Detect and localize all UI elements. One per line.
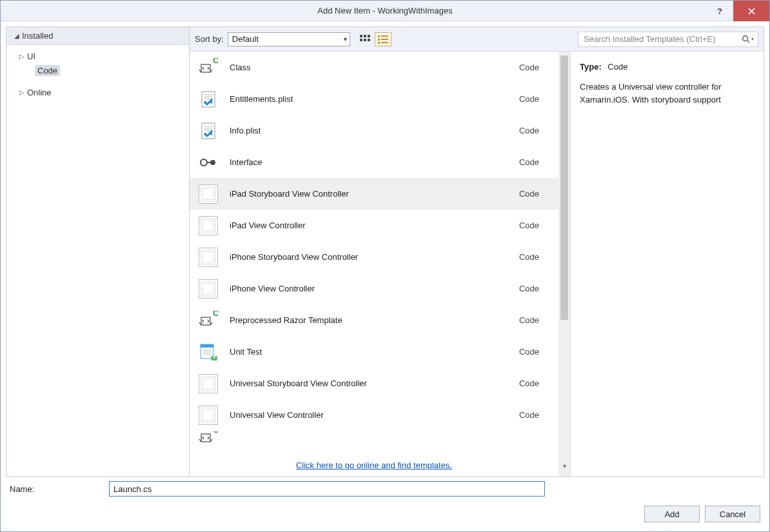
template-category: Code xyxy=(519,284,549,293)
template-name: Info.plist xyxy=(230,126,519,135)
template-row[interactable]: Universal Storyboard View ControllerCode xyxy=(190,368,558,399)
tree-item-code[interactable]: Code xyxy=(10,63,189,77)
tree-item-label: Code xyxy=(35,65,60,76)
svg-point-12 xyxy=(743,36,748,41)
template-row[interactable]: iPhone View ControllerCode xyxy=(190,273,558,304)
frame-icon xyxy=(199,184,218,204)
template-row[interactable]: Entitlements.plistCode xyxy=(190,83,558,115)
frame-icon xyxy=(199,248,218,267)
scroll-down-arrow[interactable]: ▾ xyxy=(564,460,565,471)
template-name: Interface xyxy=(230,157,519,167)
close-button[interactable] xyxy=(733,1,769,21)
window-title: Add New Item - WorkingWithImages xyxy=(317,6,452,15)
search-icon[interactable]: ▾ xyxy=(742,35,754,43)
grid-icon xyxy=(360,35,370,44)
frame-icon xyxy=(199,374,218,393)
template-row[interactable]: iPad View ControllerCode xyxy=(190,210,558,241)
unittest-icon xyxy=(199,342,218,362)
template-category: Code xyxy=(519,157,549,167)
svg-rect-9 xyxy=(381,39,388,40)
find-templates-link[interactable]: Click here to go online and find templat… xyxy=(296,460,452,470)
detail-type-label: Type: xyxy=(580,62,602,72)
template-category: Code xyxy=(519,379,549,388)
titlebar: Add New Item - WorkingWithImages ? xyxy=(1,1,769,21)
category-tree: ◢ Installed ▷ UI Code ▷ Online xyxy=(6,27,190,477)
template-category: Code xyxy=(519,221,549,230)
cancel-button-label: Cancel xyxy=(720,509,745,519)
collapse-icon: ◢ xyxy=(14,32,19,39)
add-button[interactable]: Add xyxy=(644,506,700,522)
tree-section-label: Installed xyxy=(22,31,53,41)
svg-rect-8 xyxy=(378,39,380,41)
template-category: Code xyxy=(519,189,549,199)
expand-icon: ▷ xyxy=(19,53,27,60)
cs-icon xyxy=(199,58,218,77)
template-row-partial[interactable] xyxy=(190,431,558,444)
name-input[interactable] xyxy=(109,481,545,497)
help-button[interactable]: ? xyxy=(706,1,733,21)
expand-icon: ▷ xyxy=(19,89,27,96)
template-category: Code xyxy=(519,63,549,72)
name-row: Name: xyxy=(6,481,764,497)
template-category: Code xyxy=(519,315,549,325)
template-name: Class xyxy=(230,63,519,72)
detail-panel: Type: Code Creates a Universal view cont… xyxy=(570,52,764,477)
template-row[interactable]: iPad Storyboard View ControllerCode xyxy=(190,178,558,210)
view-grid-button[interactable] xyxy=(357,32,373,46)
template-toolbar: Sort by: Default ▾ xyxy=(190,27,764,52)
sort-by-value: Default xyxy=(232,34,259,44)
template-list[interactable]: ClassCodeEntitlements.plistCodeInfo.plis… xyxy=(190,52,558,453)
template-row[interactable]: Unit TestCode xyxy=(190,336,558,368)
template-row[interactable]: iPhone Storyboard View ControllerCode xyxy=(190,241,558,273)
tree-item-online[interactable]: ▷ Online xyxy=(10,85,189,99)
svg-rect-6 xyxy=(378,35,380,37)
scrollbar[interactable]: ▾ xyxy=(558,52,570,477)
cancel-button[interactable]: Cancel xyxy=(705,506,760,522)
template-category: Code xyxy=(519,252,549,262)
template-row[interactable]: Universal View ControllerCode xyxy=(190,399,558,431)
template-category: Code xyxy=(519,126,549,135)
template-row[interactable]: InterfaceCode xyxy=(190,146,558,178)
scrollbar-thumb[interactable] xyxy=(560,55,568,320)
template-name: Universal View Controller xyxy=(230,410,519,420)
svg-rect-1 xyxy=(364,35,366,37)
frame-icon xyxy=(199,216,218,235)
tree-item-ui[interactable]: ▷ UI xyxy=(10,49,189,63)
help-icon: ? xyxy=(717,6,722,16)
template-name: iPhone Storyboard View Controller xyxy=(230,252,519,262)
sort-by-label: Sort by: xyxy=(195,34,224,44)
template-category: Code xyxy=(519,94,549,104)
template-name: Unit Test xyxy=(230,347,519,357)
search-box[interactable]: ▾ xyxy=(578,32,758,47)
template-name: Universal Storyboard View Controller xyxy=(230,379,519,388)
template-name: Entitlements.plist xyxy=(230,94,519,104)
template-row[interactable]: Info.plistCode xyxy=(190,115,558,146)
svg-rect-10 xyxy=(378,42,380,44)
tree-item-label: UI xyxy=(27,52,35,61)
list-icon xyxy=(378,35,388,44)
template-category: Code xyxy=(519,410,549,420)
online-link-row: Click here to go online and find templat… xyxy=(190,453,558,477)
template-name: iPad View Controller xyxy=(230,221,519,230)
template-name: Preprocessed Razor Template xyxy=(230,315,519,325)
svg-rect-0 xyxy=(360,35,362,37)
tree-section-installed[interactable]: ◢ Installed xyxy=(6,27,189,45)
search-input[interactable] xyxy=(582,34,739,44)
template-name: iPad Storyboard View Controller xyxy=(230,189,519,199)
view-list-button[interactable] xyxy=(375,32,391,46)
interface-icon xyxy=(199,153,218,172)
template-row[interactable]: Preprocessed Razor TemplateCode xyxy=(190,304,558,336)
template-row[interactable]: ClassCode xyxy=(190,52,558,83)
add-button-label: Add xyxy=(664,509,679,519)
svg-rect-2 xyxy=(368,35,370,37)
detail-type-value: Code xyxy=(607,62,627,72)
footer: Name: Add Cancel xyxy=(6,481,764,526)
svg-rect-4 xyxy=(364,39,366,41)
tree-item-label: Online xyxy=(27,88,52,97)
name-label: Name: xyxy=(6,484,103,494)
svg-line-13 xyxy=(747,40,749,43)
template-panel: Sort by: Default ▾ xyxy=(190,27,764,477)
frame-icon xyxy=(199,279,218,299)
svg-rect-5 xyxy=(368,39,370,41)
sort-by-dropdown[interactable]: Default ▾ xyxy=(228,32,350,46)
